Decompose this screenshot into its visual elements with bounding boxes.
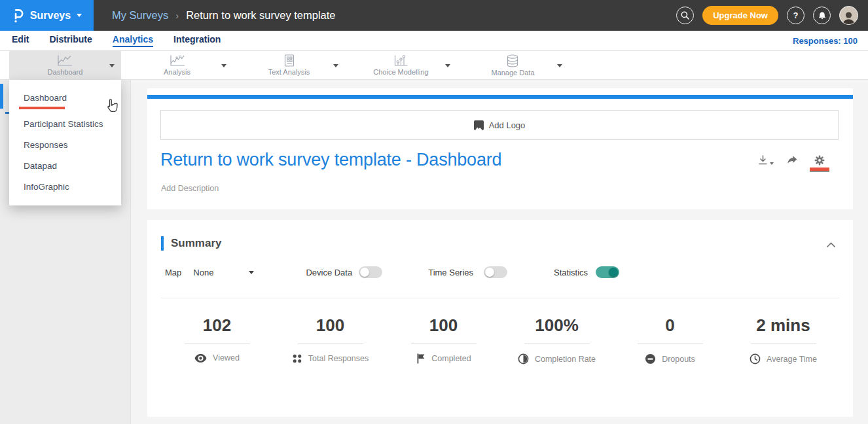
tab-edit[interactable]: Edit	[12, 34, 29, 47]
add-description-button[interactable]: Add Description	[161, 184, 219, 193]
divider	[411, 344, 477, 344]
menu-item-label: InfoGraphic	[24, 182, 69, 192]
chevron-up-icon	[826, 242, 836, 248]
stat-label: Average Time	[767, 355, 817, 364]
app-window: Surveys My Surveys › Return to work surv…	[0, 0, 868, 424]
tab-analytics[interactable]: Analytics	[113, 34, 153, 47]
stat-value: 100	[387, 315, 500, 336]
image-icon	[474, 120, 484, 130]
menu-item-label: Participant Statistics	[24, 119, 103, 129]
eye-icon	[194, 354, 207, 362]
page-title[interactable]: Return to work survey template - Dashboa…	[160, 150, 501, 170]
divider	[298, 344, 363, 344]
title-actions	[757, 155, 829, 171]
sidebar-active-indicator	[0, 84, 3, 109]
minus-circle-icon	[645, 353, 656, 364]
stat-value: 102	[160, 315, 274, 336]
chevron-down-icon	[77, 14, 82, 17]
analytics-toolbar: Dashboard Analysis	[0, 51, 868, 80]
page-body: Add Logo Return to work survey template …	[0, 80, 868, 424]
product-switcher[interactable]: Surveys	[0, 0, 94, 31]
menu-item-infographic[interactable]: InfoGraphic	[9, 177, 121, 198]
toolbar-item-label: Analysis	[164, 68, 190, 76]
summary-controls: Map None Device Data Time Series Statist…	[147, 266, 853, 278]
responses-count[interactable]: Responses: 100	[793, 36, 858, 46]
dots-grid-icon	[292, 353, 302, 364]
toolbar-item-text-analysis[interactable]: Text Analysis	[233, 51, 345, 79]
notifications-button[interactable]	[813, 7, 831, 24]
stat-label: Total Responses	[308, 354, 369, 363]
help-button[interactable]: ?	[787, 7, 805, 24]
divider	[524, 344, 590, 344]
statistics-row: 102 Viewed 100	[147, 298, 853, 364]
menu-item-datapad[interactable]: Datapad	[9, 156, 121, 177]
stat-dropouts: 0 Dropouts	[613, 315, 727, 364]
toolbar-item-label: Dashboard	[48, 68, 83, 76]
divider	[751, 344, 816, 344]
add-logo-button[interactable]: Add Logo	[160, 110, 839, 140]
download-icon	[757, 155, 769, 166]
summary-card: Summary Map None Device Data Time Series…	[147, 220, 853, 417]
gear-icon	[814, 155, 825, 166]
settings-button[interactable]	[810, 155, 829, 171]
menu-item-dashboard[interactable]: Dashboard	[9, 88, 121, 114]
menu-item-participant-statistics[interactable]: Participant Statistics	[9, 114, 121, 135]
stat-label: Completed	[431, 354, 471, 363]
stat-completed: 100 Completed	[387, 315, 500, 364]
chevron-down-icon[interactable]	[333, 64, 338, 67]
chevron-down-icon[interactable]	[249, 271, 254, 274]
chevron-down-icon[interactable]	[109, 64, 115, 67]
questionpro-logo-icon	[12, 8, 24, 24]
device-data-label: Device Data	[306, 268, 352, 277]
stat-label: Dropouts	[662, 355, 695, 364]
flag-icon	[416, 353, 425, 364]
share-button[interactable]	[786, 155, 797, 165]
stat-viewed: 102 Viewed	[160, 315, 274, 364]
menu-item-label: Datapad	[24, 161, 57, 171]
breadcrumb-separator-icon: ›	[175, 10, 179, 21]
stat-label: Viewed	[213, 353, 240, 362]
toolbar-item-dashboard[interactable]: Dashboard	[9, 51, 121, 79]
toolbar-item-label: Choice Modelling	[373, 68, 428, 76]
toggle-knob	[609, 268, 618, 277]
dashboard-dropdown-menu: Dashboard Participant Statistics Respons…	[9, 80, 121, 205]
stat-value: 2 mins	[727, 315, 840, 336]
stat-value: 100	[274, 315, 387, 336]
chevron-down-icon[interactable]	[221, 64, 226, 67]
stat-total-responses: 100 Total Responses	[274, 315, 387, 364]
divider	[185, 344, 250, 344]
section-accent-bar	[161, 236, 164, 251]
database-icon	[505, 54, 520, 67]
device-data-toggle[interactable]	[359, 266, 382, 278]
menu-item-responses[interactable]: Responses	[9, 135, 121, 156]
avatar[interactable]	[839, 6, 858, 25]
breadcrumb-my-surveys[interactable]: My Surveys	[112, 9, 168, 22]
tab-integration[interactable]: Integration	[173, 34, 221, 47]
menu-item-label: Responses	[24, 140, 68, 150]
search-button[interactable]	[676, 7, 694, 24]
trend-chart-icon	[169, 54, 186, 67]
accent-strip	[147, 95, 853, 99]
toolbar-item-analysis[interactable]: Analysis	[121, 51, 233, 79]
top-bar-actions: Upgrade Now ?	[676, 6, 868, 25]
map-select[interactable]: None	[193, 268, 213, 277]
stat-label: Completion Rate	[535, 355, 596, 364]
top-bar: Surveys My Surveys › Return to work surv…	[0, 0, 868, 31]
tab-distribute[interactable]: Distribute	[49, 34, 92, 47]
completion-pie-icon	[518, 353, 529, 364]
line-chart-icon	[56, 54, 73, 67]
time-series-toggle[interactable]	[484, 266, 507, 278]
toolbar-item-manage-data[interactable]: Manage Data	[457, 51, 569, 79]
collapse-button[interactable]	[826, 236, 836, 251]
upgrade-now-button[interactable]: Upgrade Now	[702, 6, 778, 25]
download-button[interactable]	[757, 155, 774, 166]
map-label: Map	[165, 268, 181, 277]
statistics-toggle[interactable]	[596, 266, 619, 278]
toolbar-item-choice-modelling[interactable]: Choice Modelling	[345, 51, 457, 79]
toolbar-item-label: Text Analysis	[268, 68, 310, 76]
chevron-down-icon[interactable]	[557, 64, 562, 67]
chevron-down-icon[interactable]	[445, 64, 450, 67]
stat-average-time: 2 mins Average Time	[727, 315, 840, 364]
survey-tab-bar: Edit Distribute Analytics Integration Re…	[0, 31, 868, 51]
product-name: Surveys	[30, 10, 71, 22]
